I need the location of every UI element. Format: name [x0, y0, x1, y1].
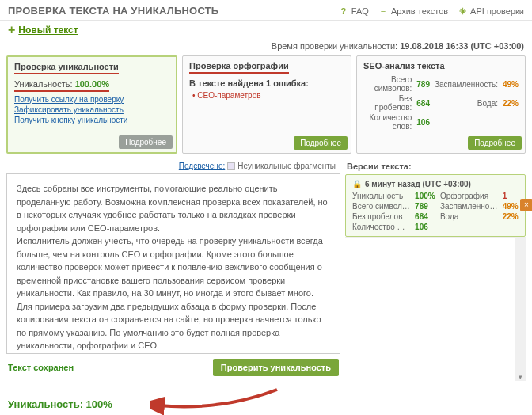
- saved-label: Текст сохранен: [8, 363, 74, 372]
- help-icon: ?: [339, 6, 348, 16]
- uniqueness-more-button[interactable]: Подробнее: [119, 135, 173, 149]
- spelling-error-count: В тексте найдена 1 ошибка:: [189, 78, 344, 88]
- close-icon[interactable]: ×: [520, 199, 532, 211]
- time-bar: Время проверки уникальности: 19.08.2018 …: [0, 41, 532, 55]
- seo-more-button[interactable]: Подробнее: [468, 136, 522, 150]
- tabs-row: Проверка уникальности Уникальность: 100.…: [0, 55, 532, 154]
- spelling-error-item: • СЕО-параметров: [192, 91, 344, 100]
- uniqueness-links: Получить ссылку на проверку Зафиксироват…: [14, 95, 169, 124]
- version-item[interactable]: 🔒6 минут назад (UTC +03:00) Уникальность…: [345, 174, 526, 237]
- get-button-link[interactable]: Получить кнопку уникальности: [14, 116, 169, 124]
- uniqueness-title: Проверка уникальности: [14, 62, 119, 74]
- main-row: Подсвечено:Неуникальные фрагменты Здесь …: [0, 154, 532, 381]
- left-column: Подсвечено:Неуникальные фрагменты Здесь …: [6, 158, 340, 381]
- text-content[interactable]: Здесь собраны все инструменты, помогающи…: [6, 173, 340, 354]
- spelling-card[interactable]: Проверка орфографии В тексте найдена 1 о…: [182, 55, 352, 154]
- versions-title: Версии текста:: [345, 158, 526, 174]
- below-text-bar: Текст сохранен Проверить уникальность: [6, 354, 340, 381]
- spelling-more-button[interactable]: Подробнее: [294, 136, 348, 150]
- header-links: ?FAQ ≡Архив текстов ✳API проверки: [339, 6, 524, 16]
- seo-title: SEO-анализ текста: [363, 61, 519, 70]
- new-text-link[interactable]: Новый текст: [18, 25, 78, 36]
- seo-stats: Всего символов:789Заспамленность:49% Без…: [363, 75, 519, 131]
- scrollbar[interactable]: ▾: [515, 238, 526, 381]
- check-uniqueness-button[interactable]: Проверить уникальность: [213, 359, 339, 376]
- swatch-icon: [227, 162, 235, 170]
- arrow-icon: [150, 383, 285, 415]
- archive-icon: ≡: [378, 6, 388, 16]
- fix-uniqueness-link[interactable]: Зафиксировать уникальность: [14, 105, 169, 114]
- api-link[interactable]: ✳API проверки: [458, 6, 524, 16]
- uniqueness-card[interactable]: Проверка уникальности Уникальность: 100.…: [6, 55, 177, 154]
- archive-link[interactable]: ≡Архив текстов: [378, 6, 448, 16]
- seo-card[interactable]: SEO-анализ текста Всего символов:789Засп…: [356, 55, 526, 154]
- scroll-down-icon[interactable]: ▾: [519, 373, 522, 381]
- lock-icon: 🔒: [352, 180, 362, 188]
- page-title: ПРОВЕРКА ТЕКСТА НА УНИКАЛЬНОСТЬ: [8, 5, 218, 17]
- get-link[interactable]: Получить ссылку на проверку: [14, 95, 169, 104]
- faq-link[interactable]: ?FAQ: [339, 6, 369, 16]
- versions-scroll-area: ▾: [345, 237, 526, 381]
- highlight-legend: Подсвечено:Неуникальные фрагменты: [6, 158, 340, 173]
- plus-icon: +: [8, 24, 15, 36]
- page-header: ПРОВЕРКА ТЕКСТА НА УНИКАЛЬНОСТЬ ?FAQ ≡Ар…: [0, 0, 532, 21]
- gear-icon: ✳: [458, 6, 467, 16]
- version-stats: Уникальность100%Орфография1 Всего символ…: [352, 192, 519, 231]
- new-text-row: + Новый текст: [0, 21, 532, 41]
- spelling-title: Проверка орфографии: [189, 61, 289, 74]
- versions-column: Версии текста: 🔒6 минут назад (UTC +03:0…: [345, 158, 526, 381]
